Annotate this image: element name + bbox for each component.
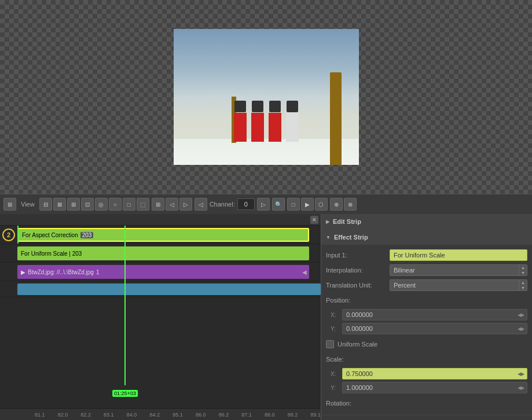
person-2	[251, 101, 264, 142]
toolbar-icon-6[interactable]: ◎	[95, 198, 108, 211]
toolbar-icon-16[interactable]: □	[287, 198, 300, 211]
strip-number-3: 1	[96, 269, 100, 275]
scale-x-field[interactable]: 0.750000 ◀▶	[342, 368, 527, 380]
checkerboard-bg	[0, 0, 532, 194]
toolbar: ⊞ View ⊟ ⊠ ⊞ ⊡ ◎ ○ □ ⬚ ⊞ ◁ ▷ ◁ Channel: …	[0, 194, 532, 214]
rotation-label: Rotation:	[326, 400, 390, 407]
pos-y-arrows: ◀▶	[518, 326, 524, 331]
scale-y-label: Y:	[331, 385, 342, 391]
effect-strip-arrow: ▼	[326, 235, 331, 240]
pos-y-value: 0.000000	[346, 325, 373, 332]
properties-panel: ▶ Edit Strip ▼ Effect Strip Input 1: For…	[321, 214, 532, 420]
pos-x-value: 0.000000	[346, 311, 373, 318]
photo-content	[174, 29, 359, 165]
pos-y-label: Y:	[331, 326, 342, 332]
playhead-label: 01:25+03	[112, 390, 138, 397]
ruler-mark-2: 82.2	[80, 412, 91, 418]
interpolation-arrows[interactable]: ▲ ▼	[519, 265, 527, 275]
toolbar-icon-10[interactable]: ⊞	[152, 198, 164, 211]
toolbar-icon-17[interactable]: ▶	[301, 198, 314, 211]
interpolation-down[interactable]: ▼	[519, 270, 527, 275]
ruler-mark-7: 86.0	[196, 412, 206, 418]
toolbar-icon-11[interactable]: ◁	[166, 198, 178, 211]
scale-y-row: Y: 1.000000 ◀▶	[331, 381, 527, 394]
ruler-mark-1: 82.0	[58, 412, 68, 418]
translation-unit-value[interactable]: Percent ▲ ▼	[390, 279, 527, 291]
track-3: ▶ BtwZd.jpg: //..\.\BtwZd.jpg 1 ◀	[0, 263, 321, 281]
ruler-mark-12: 89.1	[310, 412, 321, 418]
track-2: For Uniform Scale | 203	[0, 244, 321, 263]
scale-label-row: Scale:	[326, 352, 527, 366]
toolbar-icon-4[interactable]: ⊞	[67, 198, 80, 211]
translation-unit-arrows[interactable]: ▲ ▼	[519, 280, 527, 290]
toolbar-icon-8[interactable]: □	[123, 198, 135, 211]
toolbar-icon-1[interactable]: ⊞	[3, 198, 16, 211]
translation-unit-up[interactable]: ▲	[519, 280, 527, 285]
strip-expand-icon: ▶	[21, 269, 25, 275]
toolbar-icon-9[interactable]: ⬚	[137, 198, 149, 211]
track-content-1: For Aspect Correction 203	[17, 226, 321, 244]
uniform-scale-row: Uniform Scale	[326, 337, 527, 351]
timeline-header: ✕	[0, 214, 321, 226]
track-content-4	[17, 281, 321, 297]
person-body-4	[286, 113, 299, 142]
ruler-marks: 81.1 82.0 82.2 83.1 84.0 84.2 85.1 86.0 …	[35, 412, 321, 418]
channel-group: ◁ Channel: ▷	[195, 198, 270, 211]
toolbar-group-4: ⊕ ⊗	[330, 198, 357, 211]
interpolation-value[interactable]: Bilinear ▲ ▼	[390, 264, 527, 276]
pos-x-label: X:	[331, 312, 342, 318]
strip-uniform-scale[interactable]: For Uniform Scale | 203	[17, 246, 309, 260]
toolbar-icon-7[interactable]: ○	[109, 198, 122, 211]
strip-label-3: BtwZd.jpg: //..\.\BtwZd.jpg	[28, 269, 94, 275]
toolbar-group-1: ⊟ ⊠ ⊞ ⊡ ◎ ○ □ ⬚	[39, 198, 149, 211]
channel-input[interactable]	[237, 198, 255, 210]
strip-arrow-icon: ◀	[302, 269, 307, 275]
rotation-row: Rotation:	[326, 396, 527, 410]
toolbar-icon-5[interactable]: ⊡	[81, 198, 94, 211]
ruler-mark-5: 84.2	[150, 412, 160, 418]
close-button[interactable]: ✕	[310, 216, 318, 224]
strip-number-1: 203	[80, 232, 94, 238]
toolbar-icon-14[interactable]: ▷	[257, 198, 270, 211]
effect-strip-header[interactable]: ▼ Effect Strip	[321, 230, 532, 245]
toolbar-icon-18[interactable]: ⬡	[315, 198, 328, 211]
interpolation-label: Interpolation:	[326, 267, 390, 274]
input1-value[interactable]: For Uniform Scale	[390, 249, 527, 261]
translation-unit-down[interactable]: ▼	[519, 285, 527, 290]
strip-image[interactable]: ▶ BtwZd.jpg: //..\.\BtwZd.jpg 1 ◀	[17, 265, 309, 279]
pos-x-field[interactable]: 0.000000 ◀▶	[342, 309, 527, 320]
interpolation-up[interactable]: ▲	[519, 265, 527, 270]
toolbar-icon-2[interactable]: ⊟	[39, 198, 52, 211]
pos-y-row: Y: 0.000000 ◀▶	[331, 322, 527, 335]
edit-strip-label: Edit Strip	[333, 218, 361, 225]
interpolation-row: Interpolation: Bilinear ▲ ▼	[326, 263, 527, 277]
person-body-1	[234, 113, 247, 142]
ruler-mark-3: 83.1	[104, 412, 114, 418]
strip-label-2: For Uniform Scale | 203	[21, 250, 82, 257]
ruler-mark-10: 88.0	[265, 412, 275, 418]
strip-aspect-correction[interactable]: For Aspect Correction 203	[17, 228, 309, 242]
track-content-2: For Uniform Scale | 203	[17, 244, 321, 262]
position-label-row: Position:	[326, 293, 527, 307]
toolbar-icon-20[interactable]: ⊗	[344, 198, 357, 211]
strip-blue[interactable]	[17, 283, 321, 295]
translation-unit-row: Translation Unit: Percent ▲ ▼	[326, 278, 527, 292]
translation-unit-text: Percent	[390, 282, 519, 289]
toolbar-icon-13[interactable]: ◁	[195, 198, 207, 211]
playhead[interactable]: 01:25+03	[124, 226, 126, 385]
input1-row: Input 1: For Uniform Scale	[326, 248, 527, 262]
pos-y-field[interactable]: 0.000000 ◀▶	[342, 323, 527, 334]
track-number-circle-1: 2	[2, 229, 15, 241]
toolbar-icon-3[interactable]: ⊠	[53, 198, 66, 211]
scale-y-field[interactable]: 1.000000 ◀▶	[342, 382, 527, 393]
toolbar-icon-15[interactable]: 🔍	[272, 198, 285, 211]
scale-x-value: 0.750000	[346, 370, 373, 377]
toolbar-icon-12[interactable]: ▷	[179, 198, 192, 211]
toolbar-group-2: ⊞ ◁ ▷	[152, 198, 192, 211]
scale-x-row: X: 0.750000 ◀▶	[331, 367, 527, 380]
track-content-3: ▶ BtwZd.jpg: //..\.\BtwZd.jpg 1 ◀	[17, 263, 321, 281]
uniform-scale-checkbox[interactable]	[326, 340, 334, 348]
edit-strip-header[interactable]: ▶ Edit Strip	[321, 214, 532, 229]
toolbar-icon-19[interactable]: ⊕	[330, 198, 343, 211]
ruler-mark-0: 81.1	[35, 412, 45, 418]
